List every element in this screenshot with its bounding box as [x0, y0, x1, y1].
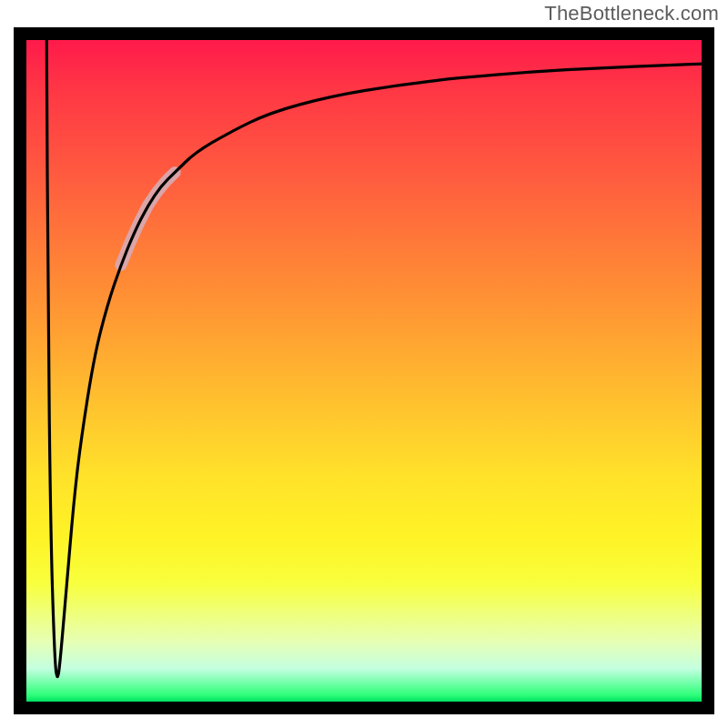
- plot-svg: [26, 40, 702, 702]
- curve-highlight-segment: [121, 172, 175, 265]
- curve-line: [46, 40, 702, 677]
- plot-frame: [14, 27, 714, 714]
- chart-stage: TheBottleneck.com: [0, 0, 728, 728]
- attribution-label: TheBottleneck.com: [544, 2, 719, 25]
